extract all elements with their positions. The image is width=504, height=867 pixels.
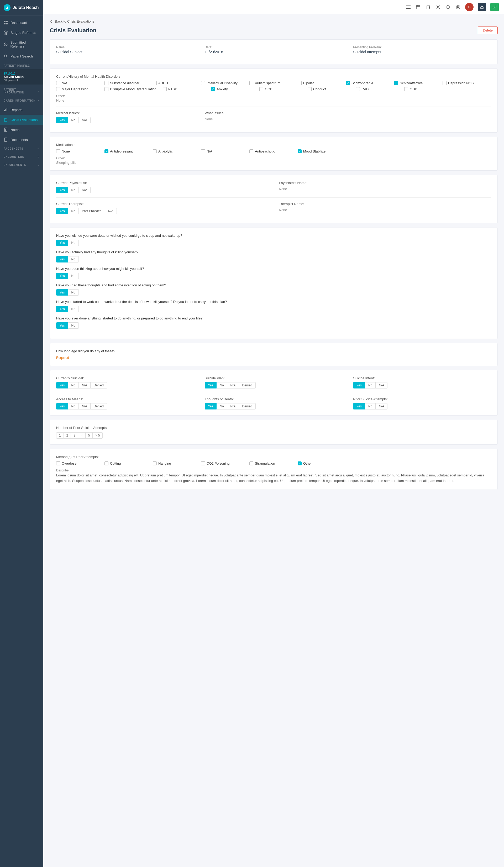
facesheets-toggle[interactable]: FACESHEETS [0, 144, 43, 153]
method-checkbox-item[interactable]: Cutting [105, 461, 147, 465]
btn-option[interactable]: No [68, 306, 79, 312]
btn-option[interactable]: No [216, 403, 227, 409]
mental-health-checkbox-item[interactable]: ADHD [153, 81, 195, 85]
btn-option[interactable]: No [68, 382, 79, 388]
num-option[interactable]: 1 [56, 432, 64, 439]
sidebar-item-crisis-evaluations[interactable]: Crisis Evaluations [0, 115, 43, 125]
mental-health-checkbox-item[interactable]: RAD [356, 87, 398, 91]
user-circle-icon[interactable] [455, 4, 461, 10]
btn-option[interactable]: N/A [79, 117, 90, 124]
mental-health-checkbox-item[interactable]: PTSD [163, 87, 205, 91]
sidebar-item-notes[interactable]: Notes [0, 125, 43, 135]
mental-health-checkbox-item[interactable]: Intellectual Disability [201, 81, 243, 85]
btn-option[interactable]: Yes [56, 187, 68, 193]
btn-option[interactable]: N/A [79, 187, 90, 193]
sidebar-item-staged-referrals[interactable]: Staged Referrals [0, 28, 43, 38]
btn-option[interactable]: Yes [56, 322, 68, 329]
sidebar-item-submitted-referrals[interactable]: Submitted Referrals [0, 38, 43, 51]
method-checkbox-item[interactable]: Strangulation [249, 461, 291, 465]
btn-option[interactable]: N/A [79, 403, 90, 409]
btn-option[interactable]: Denied [239, 382, 256, 388]
mental-health-checkbox-item[interactable]: OCD [259, 87, 301, 91]
medication-checkbox-item[interactable]: ✓Antidepressant [105, 149, 147, 153]
mental-health-checkbox-item[interactable]: ✓Schizophrenia [346, 81, 388, 85]
btn-option[interactable]: Yes [56, 273, 68, 279]
mental-health-checkbox-item[interactable]: ODD [404, 87, 446, 91]
btn-option[interactable]: No [68, 240, 79, 246]
btn-option[interactable]: N/A [376, 382, 387, 388]
method-checkbox-item[interactable]: ✓Other [298, 461, 340, 465]
enrollments-toggle[interactable]: ENROLLMENTS [0, 161, 43, 169]
lock-icon[interactable] [478, 3, 486, 11]
mental-health-checkbox-item[interactable]: Major Depression [56, 87, 98, 91]
app-logo[interactable]: J Julota Reach [0, 0, 43, 15]
medication-checkbox-item[interactable]: Anxiolytic [153, 149, 195, 153]
btn-option[interactable]: No [68, 322, 79, 329]
btn-option[interactable]: No [365, 382, 376, 388]
btn-option[interactable]: Yes [56, 240, 68, 246]
medication-checkbox-item[interactable]: None [56, 149, 98, 153]
sidebar-item-dashboard[interactable]: Dashboard [0, 18, 43, 28]
btn-option[interactable]: No [216, 382, 227, 388]
btn-option[interactable]: No [68, 256, 79, 263]
back-link[interactable]: Back to Crisis Evaluations [50, 19, 498, 23]
btn-option[interactable]: Yes [56, 208, 68, 214]
mental-health-checkbox-item[interactable]: ✓Schizoaffective [394, 81, 436, 85]
mental-health-checkbox-item[interactable]: Depression NOS [442, 81, 485, 85]
btn-option[interactable]: Yes [353, 382, 365, 388]
btn-option[interactable]: N/A [227, 382, 239, 388]
btn-option[interactable]: Yes [56, 117, 68, 124]
sidebar-item-reports[interactable]: Reports [0, 105, 43, 115]
method-checkbox-item[interactable]: Hanging [153, 461, 195, 465]
sidebar-item-patient-search[interactable]: Patient Search [0, 51, 43, 61]
btn-option[interactable]: Yes [205, 382, 217, 388]
btn-option[interactable]: No [365, 403, 376, 409]
btn-option[interactable]: N/A [376, 403, 387, 409]
num-option[interactable]: 5 [86, 432, 93, 439]
num-option[interactable]: 4 [78, 432, 86, 439]
print-icon[interactable] [425, 4, 431, 10]
btn-option[interactable]: Denied [239, 403, 256, 409]
gear-icon[interactable] [435, 4, 441, 10]
num-option[interactable]: 3 [71, 432, 78, 439]
cares-info-toggle[interactable]: CARES INFORMATION [0, 97, 43, 105]
delete-button[interactable]: Delete [478, 26, 498, 34]
btn-option[interactable]: Yes [56, 382, 68, 388]
mental-health-checkbox-item[interactable]: ✓Anxiety [211, 87, 253, 91]
btn-option[interactable]: No [68, 403, 79, 409]
medication-checkbox-item[interactable]: Antipsychotic [249, 149, 291, 153]
btn-option[interactable]: Yes [56, 289, 68, 296]
user-avatar[interactable]: S [465, 3, 473, 11]
mental-health-checkbox-item[interactable]: N/A [56, 81, 98, 85]
btn-option[interactable]: Denied [90, 382, 107, 388]
btn-option[interactable]: No [68, 273, 79, 279]
medication-checkbox-item[interactable]: ✓Mood Stabilizer [298, 149, 340, 153]
num-option[interactable]: 2 [64, 432, 71, 439]
btn-option[interactable]: No [68, 208, 79, 214]
btn-option[interactable]: N/A [105, 208, 117, 214]
mental-health-checkbox-item[interactable]: Autism spectrum [249, 81, 291, 85]
btn-option[interactable]: Denied [90, 403, 107, 409]
patient-info-toggle[interactable]: PATIENT INFORMATION [0, 86, 43, 97]
btn-option[interactable]: N/A [79, 382, 90, 388]
btn-option[interactable]: Yes [56, 256, 68, 263]
btn-option[interactable]: Yes [56, 306, 68, 312]
btn-option[interactable]: No [68, 187, 79, 193]
btn-option[interactable]: Yes [205, 403, 217, 409]
medication-checkbox-item[interactable]: N/A [201, 149, 243, 153]
mental-health-checkbox-item[interactable]: Conduct [308, 87, 350, 91]
num-option[interactable]: > 5 [93, 432, 103, 439]
mental-health-checkbox-item[interactable]: Substance disorder [105, 81, 147, 85]
sidebar-item-documents[interactable]: Documents [0, 135, 43, 144]
bell-icon[interactable] [445, 4, 451, 10]
mental-health-checkbox-item[interactable]: Bipolar [298, 81, 340, 85]
btn-option[interactable]: No [68, 289, 79, 296]
btn-option[interactable]: Yes [353, 403, 365, 409]
menu-icon[interactable] [405, 4, 411, 10]
calendar-icon[interactable] [415, 4, 421, 10]
link-icon[interactable] [490, 3, 499, 11]
btn-option[interactable]: Yes [56, 403, 68, 409]
btn-option[interactable]: No [68, 117, 79, 124]
method-checkbox-item[interactable]: Overdose [56, 461, 98, 465]
btn-option[interactable]: N/A [227, 403, 239, 409]
